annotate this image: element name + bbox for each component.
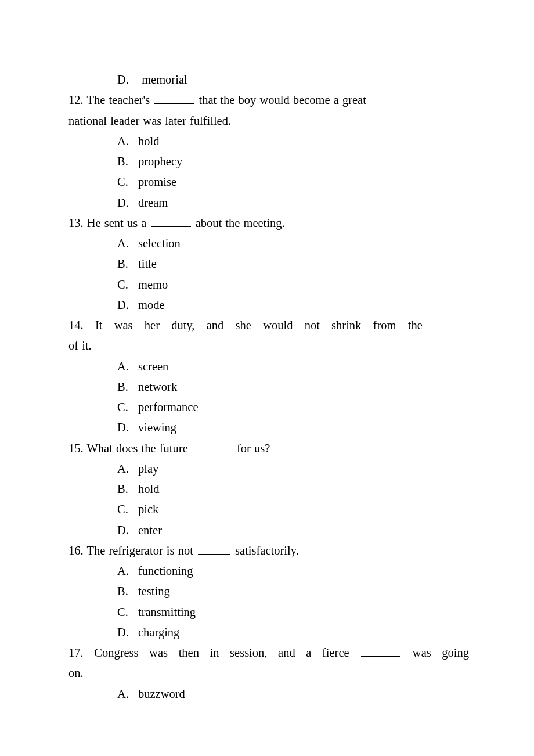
question-number: 17. [68, 646, 84, 659]
option-text: hold [138, 135, 159, 147]
stem-text-pre: The refrigerator is not [86, 544, 197, 557]
blank [154, 93, 194, 104]
stem-text-pre: He sent us a [87, 217, 150, 229]
option-letter: B. [117, 254, 138, 274]
q14-stem-line1: 14. It was her duty, and she would not s… [68, 315, 469, 336]
q12-option-b: B.prophecy [68, 152, 469, 172]
option-text: play [138, 462, 158, 475]
option-letter: A. [117, 459, 138, 479]
blank [198, 543, 230, 554]
q16-option-b: B.testing [68, 581, 469, 602]
option-letter: A. [117, 684, 138, 704]
blank [361, 646, 400, 657]
option-text: functioning [138, 564, 193, 577]
q15-option-b: B.hold [68, 479, 469, 499]
option-text: memorial [142, 73, 187, 86]
q14-option-a: A.screen [68, 357, 469, 377]
option-text: title [138, 257, 157, 270]
q12-option-a: A.hold [68, 131, 469, 152]
option-letter: B. [117, 581, 138, 602]
q15-option-d: D.enter [68, 520, 469, 541]
q12-option-d: D.dream [68, 193, 469, 213]
q17-option-a: A.buzzword [68, 684, 469, 704]
q12-stem-line2: national leader was later fulfilled. [68, 111, 469, 131]
option-letter: B. [117, 377, 138, 397]
q11-option-d: D. memorial [68, 70, 469, 90]
option-text: promise [138, 175, 176, 188]
option-text: network [138, 380, 177, 393]
question-number: 12. [68, 93, 84, 106]
option-letter: B. [117, 152, 138, 172]
option-letter: C. [117, 275, 138, 295]
page-content: D. memorial 12. The teacher's that the b… [68, 70, 469, 704]
option-text: memo [138, 278, 168, 291]
q17-stem-line2: on. [68, 663, 469, 683]
option-text: mode [138, 298, 165, 311]
option-letter: C. [117, 499, 138, 520]
q12-option-c: C.promise [68, 172, 469, 192]
stem-text-pre: Congress was then in session, and a fier… [94, 646, 360, 659]
question-number: 15. [68, 442, 84, 455]
option-letter: B. [117, 479, 138, 499]
option-letter: C. [117, 172, 138, 192]
option-letter: A. [117, 561, 138, 581]
stem-text-post: that the boy would become a great [195, 93, 366, 106]
option-text: buzzword [138, 687, 185, 700]
question-number: 16. [68, 544, 84, 557]
option-text: testing [138, 585, 170, 597]
option-letter: D. [117, 295, 138, 315]
q14-option-b: B.network [68, 377, 469, 397]
stem-text: of it. [68, 339, 92, 352]
stem-text: national leader was later fulfilled. [68, 114, 231, 127]
option-text: charging [138, 626, 179, 639]
blank [435, 319, 468, 329]
q16-stem: 16. The refrigerator is not satisfactori… [68, 541, 469, 561]
question-number: 13. [68, 217, 84, 229]
option-letter: A. [117, 233, 138, 254]
option-text: transmitting [138, 606, 196, 618]
q16-option-a: A.functioning [68, 561, 469, 581]
stem-text-post: about the meeting. [192, 217, 285, 229]
q13-option-b: B.title [68, 254, 469, 274]
stem-text-post: satisfactorily. [232, 544, 299, 557]
option-letter: C. [117, 397, 138, 417]
q15-option-c: C.pick [68, 499, 469, 520]
stem-text-post: for us? [233, 442, 270, 455]
q15-stem: 15. What does the future for us? [68, 438, 469, 459]
option-letter: C. [117, 602, 138, 622]
stem-text-pre: What does the future [86, 442, 191, 455]
q16-option-c: C.transmitting [68, 602, 469, 622]
q13-option-c: C.memo [68, 275, 469, 295]
option-text: selection [138, 237, 181, 250]
option-text: viewing [138, 421, 176, 434]
q14-stem-line2: of it. [68, 336, 469, 356]
q13-option-d: D.mode [68, 295, 469, 315]
stem-text-pre: The teacher's [86, 93, 153, 106]
option-letter: D. [117, 417, 138, 438]
q13-stem: 13. He sent us a about the meeting. [68, 213, 469, 233]
option-letter: D. [117, 193, 138, 213]
stem-text: on. [68, 667, 84, 679]
q15-option-a: A.play [68, 459, 469, 479]
option-text: performance [138, 401, 199, 413]
q13-option-a: A.selection [68, 233, 469, 254]
option-text: enter [138, 524, 162, 537]
blank [193, 441, 232, 452]
q14-option-c: C.performance [68, 397, 469, 417]
option-letter: D. [117, 70, 138, 90]
option-text: hold [138, 483, 159, 495]
stem-text-post: was going [402, 646, 469, 659]
option-letter: D. [117, 622, 138, 643]
option-letter: A. [117, 357, 138, 377]
q17-stem-line1: 17. Congress was then in session, and a … [68, 643, 469, 663]
blank [151, 216, 191, 226]
option-text: dream [138, 196, 168, 209]
option-letter: A. [117, 131, 138, 152]
option-text: prophecy [138, 155, 182, 168]
stem-text-pre: It was her duty, and she would not shrin… [95, 319, 434, 332]
q16-option-d: D.charging [68, 622, 469, 643]
q12-stem-line1: 12. The teacher's that the boy would bec… [68, 90, 469, 110]
q14-option-d: D.viewing [68, 417, 469, 438]
option-text: pick [138, 503, 158, 516]
option-letter: D. [117, 520, 138, 541]
